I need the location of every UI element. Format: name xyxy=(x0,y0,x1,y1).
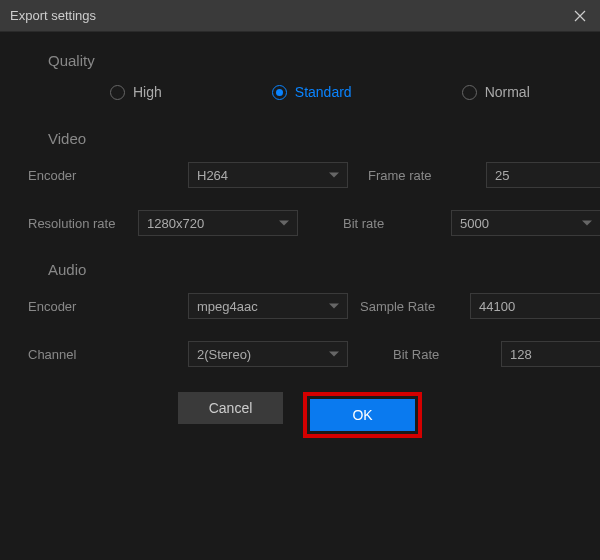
quality-standard-label: Standard xyxy=(295,84,352,100)
video-framerate-select[interactable]: 25 xyxy=(486,162,600,188)
quality-radio-standard[interactable]: Standard xyxy=(272,84,352,100)
video-encoder-select[interactable]: H264 xyxy=(188,162,348,188)
quality-normal-label: Normal xyxy=(485,84,530,100)
video-resolution-select[interactable]: 1280x720 xyxy=(138,210,298,236)
video-bitrate-label: Bit rate xyxy=(343,216,443,231)
video-heading: Video xyxy=(48,130,580,147)
audio-encoder-select[interactable]: mpeg4aac xyxy=(188,293,348,319)
chevron-down-icon xyxy=(329,304,339,309)
audio-encoder-label: Encoder xyxy=(28,299,128,314)
radio-icon xyxy=(110,85,125,100)
audio-encoder-value: mpeg4aac xyxy=(197,299,258,314)
audio-bitrate-value: 128 xyxy=(510,347,532,362)
chevron-down-icon xyxy=(582,221,592,226)
audio-samplerate-value: 44100 xyxy=(479,299,515,314)
ok-highlight: OK xyxy=(303,392,422,438)
audio-samplerate-select[interactable]: 44100 xyxy=(470,293,600,319)
chevron-down-icon xyxy=(279,221,289,226)
audio-channel-select[interactable]: 2(Stereo) xyxy=(188,341,348,367)
radio-icon xyxy=(462,85,477,100)
audio-samplerate-label: Sample Rate xyxy=(360,299,460,314)
audio-bitrate-select[interactable]: 128 xyxy=(501,341,600,367)
window-title: Export settings xyxy=(10,8,96,23)
audio-heading: Audio xyxy=(48,261,580,278)
video-framerate-value: 25 xyxy=(495,168,509,183)
chevron-down-icon xyxy=(329,173,339,178)
video-encoder-label: Encoder xyxy=(28,168,128,183)
video-bitrate-select[interactable]: 5000 xyxy=(451,210,600,236)
ok-button[interactable]: OK xyxy=(310,399,415,431)
close-button[interactable] xyxy=(570,6,590,26)
audio-channel-label: Channel xyxy=(28,347,128,362)
audio-channel-value: 2(Stereo) xyxy=(197,347,251,362)
quality-radio-high[interactable]: High xyxy=(110,84,162,100)
chevron-down-icon xyxy=(329,352,339,357)
video-encoder-value: H264 xyxy=(197,168,228,183)
quality-high-label: High xyxy=(133,84,162,100)
cancel-button[interactable]: Cancel xyxy=(178,392,283,424)
quality-radio-normal[interactable]: Normal xyxy=(462,84,530,100)
titlebar: Export settings xyxy=(0,0,600,32)
close-icon xyxy=(574,10,586,22)
audio-bitrate-label: Bit Rate xyxy=(393,347,493,362)
quality-heading: Quality xyxy=(48,52,580,69)
video-framerate-label: Frame rate xyxy=(368,168,468,183)
radio-icon xyxy=(272,85,287,100)
video-bitrate-value: 5000 xyxy=(460,216,489,231)
video-resolution-value: 1280x720 xyxy=(147,216,204,231)
video-resolution-label: Resolution rate xyxy=(28,216,128,231)
